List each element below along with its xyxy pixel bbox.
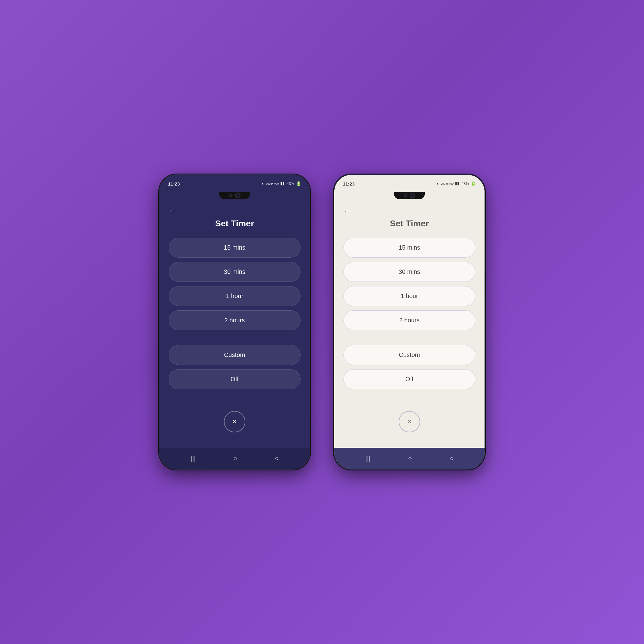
timer-options-light: 15 mins 30 mins 1 hour 2 hours Custom Of… [343,238,475,405]
screen-light: 11:23 ✦ Vo0 R Vo0 ▋▋ 43% 🔋 ← S [334,175,485,469]
lte-bars: ▋▋ [281,182,285,185]
power-button-light[interactable] [485,242,486,270]
app-content-light: ← Set Timer 15 mins 30 mins 1 hour 2 hou… [334,200,485,448]
nav-bar-light: ||| ○ < [334,448,485,469]
app-content-dark: ← Set Timer 15 mins 30 mins 1 hour 2 hou… [159,200,310,448]
screen-dark: 11:23 ✦ Vo0 R Vo0 ▋▋ 43% 🔋 ← S [159,175,310,469]
battery-icon: 🔋 [296,181,301,186]
close-button-light[interactable]: × [399,411,420,432]
camera-notch [219,192,250,199]
power-button[interactable] [310,242,311,270]
front-camera-main-light [410,193,415,198]
notch-light [334,191,485,200]
nav-recents-icon[interactable]: ||| [190,454,196,462]
nav-recents-icon-light[interactable]: ||| [365,454,370,462]
page-title-light: Set Timer [343,219,475,228]
timer-btn-15mins-light[interactable]: 15 mins [343,238,475,258]
status-bar-light: 11:23 ✦ Vo0 R Vo0 ▋▋ 43% 🔋 [334,175,485,191]
timer-options-dark: 15 mins 30 mins 1 hour 2 hours Custom Of… [169,238,301,405]
battery-text: 43% [287,182,294,186]
timer-btn-30mins-dark[interactable]: 30 mins [169,262,301,282]
nav-home-icon-light[interactable]: ○ [408,454,412,462]
camera-notch-light [394,192,425,199]
timer-btn-off-dark[interactable]: Off [169,369,301,389]
phone-frame-dark: 11:23 ✦ Vo0 R Vo0 ▋▋ 43% 🔋 ← S [159,175,310,469]
status-right-light: ✦ Vo0 R Vo0 ▋▋ 43% 🔋 [436,181,476,186]
front-camera-small-light [404,194,407,197]
status-time: 11:23 [168,181,180,186]
lte-bars-light: ▋▋ [455,182,460,185]
phone-dark: 11:23 ✦ Vo0 R Vo0 ▋▋ 43% 🔋 ← S [159,175,310,469]
battery-text-light: 43% [462,182,469,186]
timer-btn-custom-dark[interactable]: Custom [169,345,301,365]
spacer-light [343,335,475,341]
close-btn-area-light: × [343,405,475,442]
close-btn-area-dark: × [169,405,301,442]
battery-icon-light: 🔋 [471,181,476,186]
front-camera-main [235,193,240,198]
signal-icon-light: ✦ [436,182,439,186]
front-camera-small [229,194,232,197]
close-icon-light: × [408,418,412,426]
close-button-dark[interactable]: × [224,411,245,432]
signal-icon: ✦ [261,182,264,186]
spacer-dark [169,335,301,341]
timer-btn-30mins-light[interactable]: 30 mins [343,262,475,282]
timer-btn-2hours-light[interactable]: 2 hours [343,310,475,330]
nav-home-icon[interactable]: ○ [233,454,237,462]
status-right: ✦ Vo0 R Vo0 ▋▋ 43% 🔋 [261,181,301,186]
back-button-light[interactable]: ← [343,206,356,216]
notch [159,191,310,200]
status-bar: 11:23 ✦ Vo0 R Vo0 ▋▋ 43% 🔋 [159,175,310,191]
timer-btn-off-light[interactable]: Off [343,369,475,389]
phone-light: 11:23 ✦ Vo0 R Vo0 ▋▋ 43% 🔋 ← S [334,175,485,469]
back-button-dark[interactable]: ← [169,206,181,216]
nav-bar-dark: ||| ○ < [159,448,310,469]
timer-btn-1hour-dark[interactable]: 1 hour [169,286,301,306]
timer-btn-1hour-light[interactable]: 1 hour [343,286,475,306]
timer-btn-15mins-dark[interactable]: 15 mins [169,238,301,258]
phone-frame-light: 11:23 ✦ Vo0 R Vo0 ▋▋ 43% 🔋 ← S [334,175,485,469]
page-title-dark: Set Timer [169,219,301,228]
nav-back-icon-light[interactable]: < [450,454,454,462]
signal-text: Vo0 R Vo0 [266,182,279,185]
nav-back-icon[interactable]: < [275,454,279,462]
close-icon-dark: × [233,418,237,426]
timer-btn-2hours-dark[interactable]: 2 hours [169,310,301,330]
signal-text-light: Vo0 R Vo0 [440,182,454,185]
status-time-light: 11:23 [343,181,355,186]
timer-btn-custom-light[interactable]: Custom [343,345,475,365]
